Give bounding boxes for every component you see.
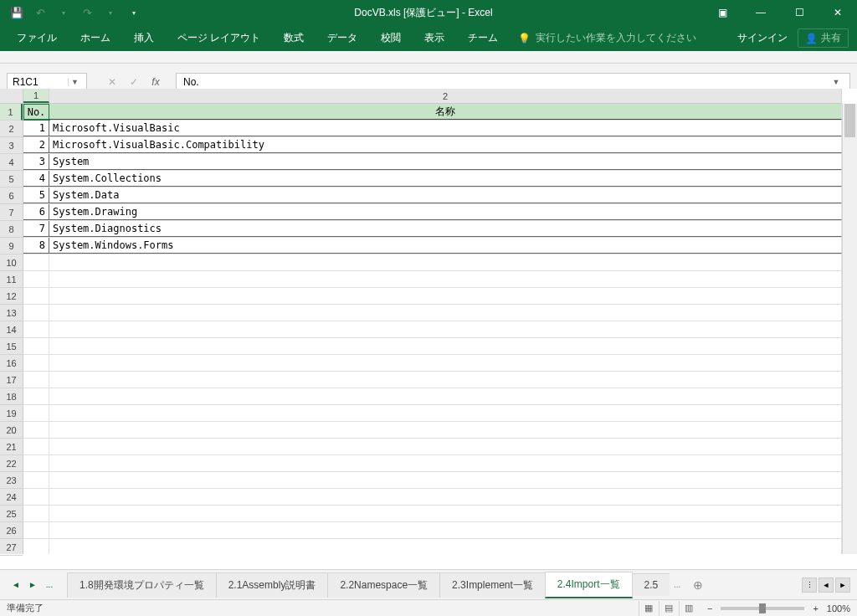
row-header[interactable]: 1 (0, 104, 23, 121)
row-header[interactable]: 12 (0, 288, 23, 305)
row-header[interactable]: 13 (0, 305, 23, 321)
redo-icon[interactable]: ↷ (77, 3, 97, 23)
zoom-slider[interactable] (721, 607, 804, 610)
qat-customize-icon[interactable]: ▾ (124, 3, 144, 23)
row-header[interactable]: 4 (0, 154, 23, 171)
formula-expand-icon[interactable]: ▼ (829, 78, 843, 86)
sheet-nav-prev-icon[interactable]: ► (25, 578, 40, 593)
row-header[interactable]: 9 (0, 238, 23, 254)
pagelayout-view-icon[interactable]: ▤ (659, 601, 679, 616)
cell-empty[interactable] (23, 321, 49, 337)
row-header[interactable]: 24 (0, 489, 23, 506)
cell-empty[interactable] (49, 372, 842, 388)
cell-name[interactable]: System.Windows.Forms (49, 238, 842, 254)
redo-dropdown-icon[interactable]: ▼ (100, 3, 121, 23)
row-header[interactable]: 18 (0, 388, 23, 405)
sheet-scroll-left-icon[interactable]: ◄ (819, 578, 834, 593)
cell-empty[interactable] (49, 489, 842, 505)
select-all-corner[interactable] (0, 89, 23, 104)
vertical-scrollbar[interactable] (842, 104, 857, 554)
cell-empty[interactable] (49, 472, 842, 488)
cell-no[interactable]: 7 (23, 221, 49, 237)
cell-name[interactable]: Microsoft.VisualBasic (49, 121, 842, 136)
cell-empty[interactable] (49, 522, 842, 538)
sheet-trailing-ellipsis[interactable]: ... (670, 578, 685, 593)
row-header[interactable]: 6 (0, 187, 23, 204)
save-icon[interactable]: 💾 (7, 3, 27, 23)
cell-empty[interactable] (23, 439, 49, 454)
row-header[interactable]: 2 (0, 121, 23, 137)
zoom-out-button[interactable]: − (707, 603, 712, 613)
ribbon-display-options-icon[interactable]: ▣ (703, 0, 742, 25)
minimize-button[interactable]: — (742, 0, 780, 25)
cell-empty[interactable] (23, 489, 49, 505)
tab-review[interactable]: 校閲 (369, 25, 413, 51)
cell-empty[interactable] (23, 388, 49, 404)
row-header[interactable]: 10 (0, 254, 23, 271)
cell-name[interactable]: System.Drawing (49, 204, 842, 220)
cell-empty[interactable] (23, 372, 49, 388)
cell-empty[interactable] (49, 305, 842, 321)
sheet-tab[interactable]: 2.3Implement一覧 (439, 572, 546, 598)
header-cell-no[interactable]: No. (23, 104, 49, 120)
row-header[interactable]: 17 (0, 372, 23, 388)
cell-empty[interactable] (23, 271, 49, 287)
zoom-in-button[interactable]: + (813, 603, 818, 613)
cell-empty[interactable] (49, 288, 842, 304)
cell-empty[interactable] (23, 506, 49, 521)
cell-empty[interactable] (49, 405, 842, 421)
zoom-level[interactable]: 100% (827, 603, 850, 613)
pagebreak-view-icon[interactable]: ▥ (679, 601, 699, 616)
share-button[interactable]: 👤 共有 (798, 28, 849, 48)
cell-empty[interactable] (49, 539, 842, 554)
cell-empty[interactable] (23, 405, 49, 421)
cell-no[interactable]: 6 (23, 204, 49, 220)
cell-name[interactable]: System.Diagnostics (49, 221, 842, 237)
cell-no[interactable]: 8 (23, 238, 49, 254)
cell-empty[interactable] (23, 455, 49, 471)
col-header-1[interactable]: 1 (23, 89, 49, 103)
tab-formulas[interactable]: 数式 (272, 25, 316, 51)
row-header[interactable]: 25 (0, 506, 23, 522)
row-header[interactable]: 16 (0, 355, 23, 372)
undo-icon[interactable]: ↶ (30, 3, 50, 23)
col-header-2[interactable]: 2 (49, 89, 842, 103)
cell-empty[interactable] (49, 355, 842, 371)
tab-team[interactable]: チーム (456, 25, 510, 51)
cell-name[interactable]: System.Data (49, 187, 842, 203)
tab-file[interactable]: ファイル (5, 25, 69, 51)
cell-name[interactable]: System (49, 154, 842, 170)
sheet-tab[interactable]: 2.5 (632, 573, 670, 596)
new-sheet-button[interactable]: ⊕ (688, 578, 708, 592)
row-header[interactable]: 8 (0, 221, 23, 238)
row-header[interactable]: 22 (0, 455, 23, 472)
close-button[interactable]: ✕ (819, 0, 857, 25)
cell-empty[interactable] (49, 254, 842, 270)
sheet-tab[interactable]: 2.2Namespace一覧 (327, 572, 440, 598)
row-header[interactable]: 27 (0, 539, 23, 556)
row-header[interactable]: 14 (0, 321, 23, 338)
scrollbar-thumb[interactable] (844, 104, 855, 137)
sheet-tab[interactable]: 2.1Assembly説明書 (216, 572, 329, 598)
cells-area[interactable]: No.名称1Microsoft.VisualBasic2Microsoft.Vi… (23, 104, 842, 554)
row-header[interactable]: 5 (0, 171, 23, 187)
sheet-tab[interactable]: 1.8開発環境プロパティ一覧 (67, 572, 217, 598)
cell-empty[interactable] (23, 539, 49, 554)
sheet-nav-first-icon[interactable]: ◄ (8, 578, 23, 593)
maximize-button[interactable]: ☐ (780, 0, 819, 25)
sheet-tab[interactable]: 2.4Import一覧 (545, 572, 633, 598)
cell-empty[interactable] (23, 305, 49, 321)
header-cell-name[interactable]: 名称 (49, 104, 842, 120)
cell-empty[interactable] (49, 271, 842, 287)
row-header[interactable]: 21 (0, 439, 23, 455)
cell-empty[interactable] (23, 288, 49, 304)
row-header[interactable]: 26 (0, 522, 23, 539)
sheet-scroll-right-icon[interactable]: ► (835, 578, 850, 593)
undo-dropdown-icon[interactable]: ▼ (54, 3, 74, 23)
row-header[interactable]: 11 (0, 271, 23, 288)
row-header[interactable]: 20 (0, 422, 23, 439)
cell-no[interactable]: 3 (23, 154, 49, 170)
zoom-handle[interactable] (759, 603, 766, 613)
tab-pagelayout[interactable]: ページ レイアウト (166, 25, 272, 51)
cell-empty[interactable] (23, 338, 49, 354)
